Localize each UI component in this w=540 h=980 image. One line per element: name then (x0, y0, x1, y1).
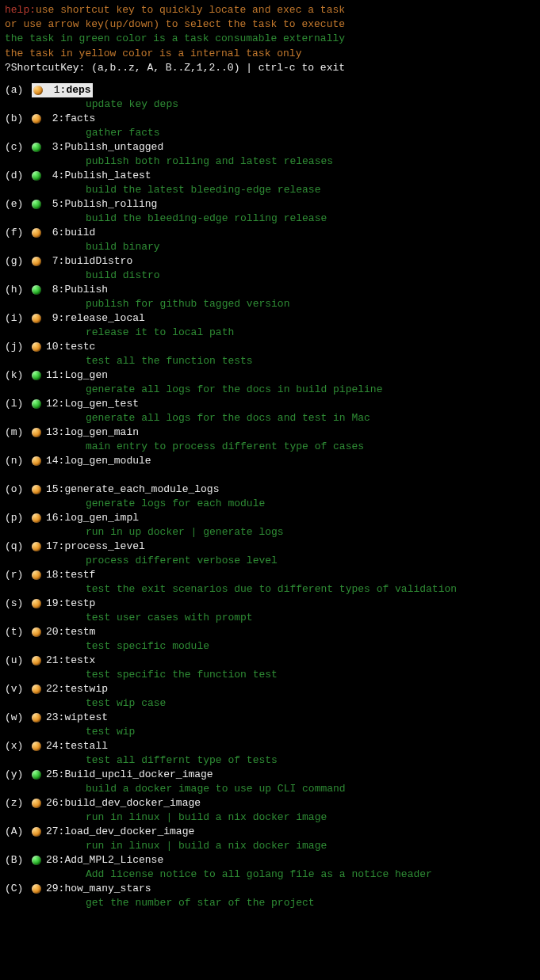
task-description: publish both rolling and latest releases (5, 154, 535, 169)
green-dot-icon (32, 856, 41, 865)
orange-dot-icon (32, 627, 41, 637)
task-description: process different verbose level (5, 554, 535, 568)
help-line-1: use shortcut key to quickly locate and e… (36, 4, 345, 16)
task-row[interactable]: (y)25:Build_upcli_docker_image (5, 768, 535, 782)
task-row[interactable]: (l)12:Log_gen_test (5, 397, 535, 411)
task-row[interactable]: (b) 2:facts (5, 112, 535, 126)
task-name: 11:Log_gen (46, 368, 108, 383)
task-name: 21:testx (46, 654, 95, 668)
task-name: 6:build (46, 226, 95, 240)
shortcut-key: (f) (5, 226, 32, 240)
task-description: run in up docker | generate logs (5, 525, 535, 540)
shortcut-prompt: ?ShortcutKey: (a,b..z, A, B..Z,1,2..0) |… (5, 61, 535, 75)
task-row[interactable]: (s)19:testp (5, 597, 535, 611)
shortcut-key: (i) (5, 311, 32, 326)
task-description: test all the function tests (5, 354, 535, 368)
shortcut-key: (a) (5, 83, 32, 97)
task-name: 1:deps (48, 83, 91, 97)
shortcut-key: (o) (5, 482, 32, 497)
shortcut-key: (b) (5, 112, 32, 126)
task-row[interactable]: (n)14:log_gen_module (5, 454, 535, 468)
shortcut-key: (l) (5, 397, 32, 411)
orange-dot-icon (32, 542, 41, 551)
orange-dot-icon (32, 599, 41, 608)
task-row[interactable]: (a) 1:deps (5, 83, 535, 97)
shortcut-key: (u) (5, 654, 32, 668)
task-name: 27:load_dev_docker_image (46, 825, 194, 839)
task-row[interactable]: (B)28:Add_MPL2_License (5, 853, 535, 868)
task-row[interactable]: (C)29:how_many_stars (5, 882, 535, 896)
task-name: 15:generate_each_module_logs (46, 482, 219, 497)
task-description: test wip case (5, 696, 535, 711)
orange-dot-icon (32, 742, 41, 751)
task-name: 9:release_local (46, 311, 145, 326)
task-row[interactable]: (x)24:testall (5, 739, 535, 753)
task-description: update key deps (5, 97, 535, 112)
orange-dot-icon (32, 570, 41, 580)
task-row[interactable]: (i) 9:release_local (5, 311, 535, 326)
task-description: main entry to process different type of … (5, 440, 535, 454)
task-row[interactable]: (z)26:build_dev_docker_image (5, 796, 535, 810)
task-row[interactable]: (g) 7:buildDistro (5, 254, 535, 269)
task-row[interactable]: (v)22:testwip (5, 682, 535, 696)
task-description: test specific the function test (5, 668, 535, 682)
orange-dot-icon (32, 656, 41, 665)
selected-task[interactable]: 1:deps (32, 83, 93, 97)
task-description (5, 468, 535, 482)
orange-dot-icon (32, 342, 41, 352)
task-name: 7:buildDistro (46, 254, 132, 269)
task-row[interactable]: (f) 6:build (5, 226, 535, 240)
orange-dot-icon (33, 86, 43, 95)
task-name: 23:wiptest (46, 711, 108, 725)
shortcut-key: (m) (5, 425, 32, 440)
task-list[interactable]: (a) 1:depsupdate key deps(b) 2:factsgath… (5, 83, 535, 910)
task-name: 16:log_gen_impl (46, 511, 139, 525)
shortcut-key: (s) (5, 597, 32, 611)
task-description: test all differnt type of tests (5, 753, 535, 768)
task-row[interactable]: (j)10:testc (5, 340, 535, 354)
orange-dot-icon (32, 456, 41, 466)
task-description: run in linux | build a nix docker image (5, 810, 535, 825)
task-row[interactable]: (u)21:testx (5, 654, 535, 668)
task-description: test the exit scenarios due to different… (5, 582, 535, 597)
green-dot-icon (32, 200, 41, 209)
orange-dot-icon (32, 684, 41, 694)
shortcut-key: (g) (5, 254, 32, 269)
shortcut-key: (j) (5, 340, 32, 354)
task-row[interactable]: (t)20:testm (5, 625, 535, 639)
orange-dot-icon (32, 513, 41, 523)
task-row[interactable]: (q)17:process_level (5, 540, 535, 554)
shortcut-key: (t) (5, 625, 32, 639)
task-name: 3:Publish_untagged (46, 140, 163, 154)
task-row[interactable]: (c) 3:Publish_untagged (5, 140, 535, 154)
task-description: build the latest bleeding-edge release (5, 183, 535, 197)
task-row[interactable]: (p)16:log_gen_impl (5, 511, 535, 525)
task-name: 2:facts (46, 112, 95, 126)
orange-dot-icon (32, 827, 41, 837)
task-name: 19:testp (46, 597, 95, 611)
green-dot-icon (32, 399, 41, 409)
task-row[interactable]: (w)23:wiptest (5, 711, 535, 725)
task-name: 22:testwip (46, 682, 108, 696)
shortcut-key: (q) (5, 540, 32, 554)
task-row[interactable]: (k)11:Log_gen (5, 368, 535, 383)
task-row[interactable]: (o)15:generate_each_module_logs (5, 482, 535, 497)
help-line-4: the task in yellow color is a internal t… (5, 47, 535, 61)
task-row[interactable]: (d) 4:Publish_latest (5, 169, 535, 183)
task-row[interactable]: (h) 8:Publish (5, 283, 535, 297)
task-row[interactable]: (A)27:load_dev_docker_image (5, 825, 535, 839)
task-description: test wip (5, 725, 535, 739)
orange-dot-icon (32, 114, 41, 124)
task-row[interactable]: (m)13:log_gen_main (5, 425, 535, 440)
task-name: 5:Publish_rolling (46, 197, 157, 212)
task-name: 26:build_dev_docker_image (46, 796, 201, 810)
task-row[interactable]: (e) 5:Publish_rolling (5, 197, 535, 212)
task-row[interactable]: (r)18:testf (5, 568, 535, 582)
orange-dot-icon (32, 713, 41, 723)
task-description: build binary (5, 240, 535, 254)
shortcut-key: (n) (5, 454, 32, 468)
help-line-2: or use arrow key(up/down) to select the … (5, 17, 535, 32)
green-dot-icon (32, 171, 41, 181)
help-block: help:use shortcut key to quickly locate … (5, 3, 535, 75)
shortcut-key: (w) (5, 711, 32, 725)
